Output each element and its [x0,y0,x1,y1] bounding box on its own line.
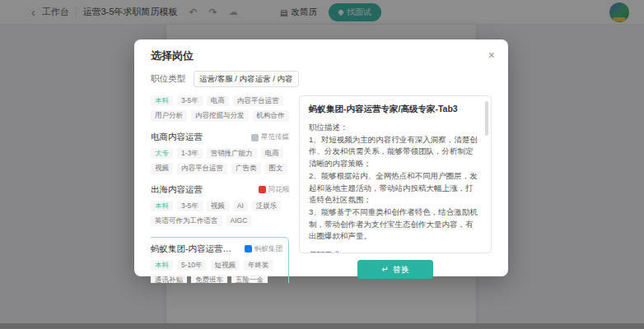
job-tag: AI [233,201,248,211]
detail-section-heading: 职位描述： [309,122,479,134]
job-tag: 短视频 [211,260,240,271]
detail-section-item: 3、能够基于不同垂类和创作者特色，结合激励机制，带动创作者为支付宝生态创作大量内… [309,206,479,243]
job-tag: AIGC [226,215,252,226]
job-title: 出海内容运营 [151,184,254,196]
company-name: 星范传媒 [261,132,289,142]
detail-section-item: 2、能够根据站内、全网热点和不同用户圈层，发起和落地主题活动，带动站内投稿大幅上… [309,170,479,206]
job-tag: 本科 [151,95,173,106]
job-tag: 3-5年 [177,201,203,211]
job-tag: 用户分析 [151,110,187,121]
replace-button[interactable]: ↵ 替换 [357,260,433,279]
job-detail-title: 蚂蚁集团-内容运营专家/高级专家-Tab3 [309,104,479,115]
job-tag: 泛娱乐 [252,201,282,211]
job-tag: 视频 [151,163,173,174]
modal-title: 选择岗位 [151,49,194,63]
job-description-box: 蚂蚁集团-内容运营专家/高级专家-Tab3 职位描述：1、对短视频为主的内容行业… [299,95,492,253]
company-logo-icon [259,186,266,193]
job-title: 蚂蚁集团-内容运营专家/高级专家-T... [151,243,240,255]
job-tag: 免费班车 [191,275,227,283]
job-detail-panel: 蚂蚁集团-内容运营专家/高级专家-Tab3 职位描述：1、对短视频为主的内容行业… [299,95,492,283]
job-card[interactable]: 出海内容运营同花顺本科3-5年视频AI泛娱乐英语可作为工作语言AIGC业内KOL [151,184,289,227]
job-tag: 5-10年 [177,260,207,271]
job-tag: 年终奖 [244,260,273,271]
job-card[interactable]: 电商内容运营星范传媒大专1-3年营销推广能力电商视频内容平台运营广告类图文 [151,132,289,174]
scrollbar-thumb[interactable] [485,101,488,136]
job-title: 电商内容运营 [151,132,246,143]
detail-section-item: 1、对短视频为主的内容行业有深入洞察，清楚创作、分发和供需关系，能够带领团队，分… [309,134,479,170]
job-tag: 通讯补贴 [151,275,187,283]
job-tag: 本科 [151,260,173,271]
company-logo-icon [251,134,259,141]
company-name: 蚂蚁集团 [254,244,282,254]
job-tag: 营销推广能力 [207,148,257,159]
job-tag: 广告类 [231,163,261,174]
company-name: 同花顺 [268,185,290,195]
job-tag: 3-5年 [177,95,203,106]
job-card[interactable]: 蚂蚁集团-内容运营专家/高级专家-T...蚂蚁集团本科5-10年短视频年终奖通讯… [151,237,289,283]
job-tag: 电商 [261,148,283,159]
job-tag: 视频 [207,201,229,211]
close-icon[interactable]: × [488,49,495,61]
job-tag: 内容挖掘与分发 [191,110,249,121]
job-list: 本科3-5年电商内容平台运营用户分析内容挖掘与分发机构合作英语可作为工作语言电商… [151,95,289,283]
job-type-input[interactable] [194,71,299,87]
job-type-label: 职位类型 [151,73,185,85]
job-tag: 电商 [207,95,229,106]
job-tag: 内容平台运营 [233,95,283,106]
job-tag: 大专 [151,148,173,159]
job-tag: 英语可作为工作语言 [151,215,222,226]
detail-section-heading: 任职要求： [309,249,479,253]
job-tag: 内容平台运营 [177,163,227,174]
select-job-modal: 选择岗位 × 职位类型 本科3-5年电商内容平台运营用户分析内容挖掘与分发机构合… [134,39,508,276]
replace-button-label: 替换 [393,264,409,276]
job-tag: 图文 [265,163,287,174]
job-tag: 五险一金 [231,275,268,283]
screen: ‹ 工作台 运营3-5年求职简历模板 ↶ ↷ ☁ ▤ 改简历 找面试 选 [0,0,644,329]
job-tag: 1-3年 [177,148,203,159]
job-card[interactable]: 本科3-5年电商内容平台运营用户分析内容挖掘与分发机构合作英语可作为工作语言 [151,95,289,122]
job-tag: 本科 [151,201,173,211]
enter-icon: ↵ [381,266,388,274]
company-logo-icon [245,245,252,253]
job-tag: 机构合作 [253,110,289,121]
